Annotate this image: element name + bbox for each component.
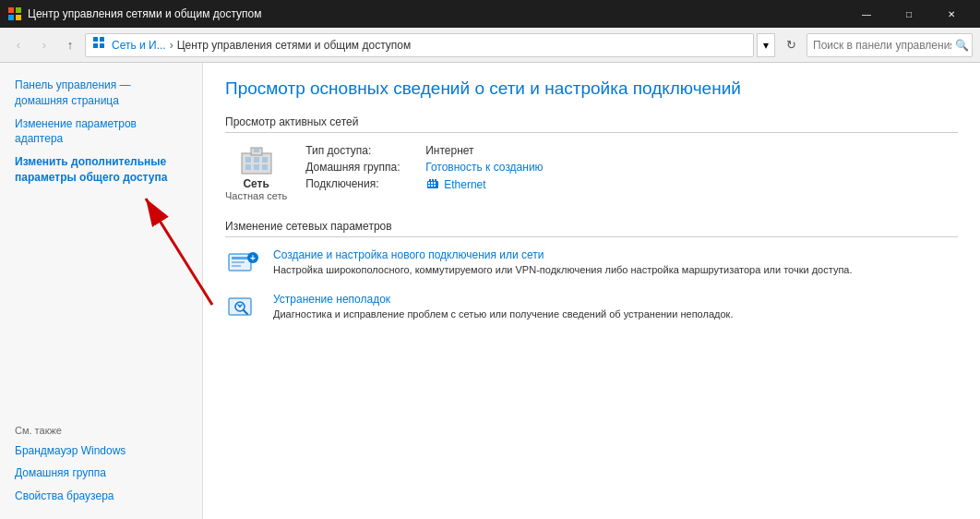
svg-rect-26 bbox=[434, 185, 436, 187]
svg-rect-24 bbox=[428, 185, 430, 187]
path-separator: › bbox=[170, 39, 173, 52]
svg-rect-30 bbox=[232, 265, 241, 267]
title-bar: Центр управления сетями и общим доступом… bbox=[0, 0, 980, 28]
svg-rect-23 bbox=[434, 182, 436, 184]
ethernet-icon bbox=[425, 177, 440, 192]
sidebar-item-firewall[interactable]: Брандмауэр Windows bbox=[0, 440, 202, 463]
new-connection-title[interactable]: Создание и настройка нового подключения … bbox=[273, 248, 544, 261]
window-controls: — □ ✕ bbox=[845, 0, 973, 28]
network-info-row: Сеть Частная сеть Тип доступа: Интернет … bbox=[225, 144, 958, 201]
svg-rect-9 bbox=[245, 157, 251, 163]
homegroup-label: Домашняя группа: bbox=[305, 161, 425, 174]
sidebar-item-home[interactable]: Панель управления —домашняя страница bbox=[0, 74, 202, 113]
svg-rect-13 bbox=[254, 164, 259, 170]
search-box[interactable]: 🔍 bbox=[807, 33, 973, 57]
main-layout: Панель управления —домашняя страница Изм… bbox=[0, 63, 980, 519]
svg-text:+: + bbox=[250, 253, 256, 263]
svg-rect-4 bbox=[93, 37, 98, 42]
svg-rect-16 bbox=[254, 149, 259, 152]
svg-rect-7 bbox=[100, 43, 104, 48]
svg-rect-6 bbox=[93, 43, 98, 48]
change-section: Изменение сетевых параметров + Создание … bbox=[225, 220, 958, 322]
svg-rect-14 bbox=[262, 164, 268, 170]
new-connection-content: Создание и настройка нового подключения … bbox=[273, 248, 853, 277]
search-icon: 🔍 bbox=[955, 39, 969, 52]
new-connection-icon: + bbox=[225, 248, 262, 278]
svg-rect-1 bbox=[16, 7, 21, 13]
svg-rect-2 bbox=[8, 15, 14, 20]
svg-rect-28 bbox=[232, 257, 248, 260]
troubleshoot-content: Устранение неполадок Диагностика и испра… bbox=[273, 293, 733, 321]
close-button[interactable]: ✕ bbox=[930, 0, 973, 28]
window-title: Центр управления сетями и общим доступом bbox=[28, 7, 845, 20]
up-button[interactable]: ↑ bbox=[59, 34, 81, 56]
troubleshoot-title[interactable]: Устранение неполадок bbox=[273, 293, 390, 306]
svg-rect-10 bbox=[254, 157, 259, 163]
svg-rect-19 bbox=[432, 179, 434, 182]
troubleshoot-icon bbox=[225, 293, 262, 322]
svg-rect-25 bbox=[431, 185, 433, 187]
svg-rect-8 bbox=[242, 153, 271, 174]
connection-label: Подключения: bbox=[305, 177, 425, 190]
back-button: ‹ bbox=[7, 34, 30, 56]
path-part-network[interactable]: Сеть и И... bbox=[112, 39, 166, 52]
content-area: Просмотр основных сведений о сети и наст… bbox=[203, 63, 980, 519]
address-bar: ‹ › ↑ Сеть и И... › Центр управления сет… bbox=[0, 28, 980, 63]
network-name: Сеть bbox=[243, 177, 269, 190]
ethernet-row: Ethernet bbox=[425, 177, 485, 192]
access-type-label: Тип доступа: bbox=[305, 144, 425, 157]
path-part-current: Центр управления сетями и общим доступом bbox=[177, 39, 412, 52]
svg-rect-29 bbox=[232, 261, 245, 263]
active-networks-header: Просмотр активных сетей bbox=[225, 115, 958, 133]
sidebar-item-sharing[interactable]: Изменить дополнительные параметры общего… bbox=[0, 151, 202, 189]
network-details: Тип доступа: Интернет Домашняя группа: Г… bbox=[305, 144, 958, 196]
troubleshoot-desc: Диагностика и исправление проблем с сеть… bbox=[273, 308, 733, 321]
forward-button: › bbox=[33, 34, 55, 56]
svg-rect-0 bbox=[8, 7, 14, 13]
minimize-button[interactable]: — bbox=[845, 0, 888, 28]
sidebar-item-adapter[interactable]: Изменение параметров адаптера bbox=[0, 113, 202, 151]
network-type: Частная сеть bbox=[225, 190, 287, 201]
troubleshoot-item[interactable]: Устранение неполадок Диагностика и испра… bbox=[225, 293, 958, 322]
new-connection-item[interactable]: + Создание и настройка нового подключени… bbox=[225, 248, 958, 278]
address-path: Сеть и И... › Центр управления сетями и … bbox=[85, 33, 754, 57]
connection-row: Подключения: bbox=[305, 177, 958, 192]
access-type-value: Интернет bbox=[425, 144, 473, 157]
app-icon bbox=[7, 6, 22, 21]
svg-rect-21 bbox=[428, 182, 430, 184]
address-dropdown[interactable]: ▾ bbox=[757, 33, 775, 57]
svg-rect-11 bbox=[262, 157, 268, 163]
change-section-header: Изменение сетевых параметров bbox=[225, 220, 958, 237]
also-section-title: См. также bbox=[0, 417, 202, 440]
svg-rect-18 bbox=[429, 179, 431, 182]
network-icon bbox=[234, 144, 279, 177]
homegroup-row: Домашняя группа: Готовность к созданию bbox=[305, 161, 958, 174]
svg-rect-12 bbox=[245, 164, 251, 170]
homegroup-value[interactable]: Готовность к созданию bbox=[425, 161, 543, 174]
maximize-button[interactable]: □ bbox=[888, 0, 930, 28]
connection-value[interactable]: Ethernet bbox=[444, 178, 485, 191]
sidebar-item-browser[interactable]: Свойства браузера bbox=[0, 485, 202, 508]
sidebar: Панель управления —домашняя страница Изм… bbox=[0, 63, 203, 519]
refresh-button[interactable]: ↻ bbox=[779, 33, 803, 57]
page-title: Просмотр основных сведений о сети и наст… bbox=[225, 78, 958, 101]
new-connection-desc: Настройка широкополосного, коммутируемог… bbox=[273, 263, 853, 277]
sidebar-item-homegroup[interactable]: Домашняя группа bbox=[0, 462, 202, 485]
search-input[interactable] bbox=[813, 39, 951, 52]
svg-rect-22 bbox=[431, 182, 433, 184]
path-grid-icon bbox=[93, 37, 106, 53]
access-type-row: Тип доступа: Интернет bbox=[305, 144, 958, 157]
svg-rect-5 bbox=[100, 37, 104, 42]
network-icon-area: Сеть Частная сеть bbox=[225, 144, 287, 201]
svg-rect-3 bbox=[16, 15, 21, 20]
svg-rect-20 bbox=[435, 179, 436, 182]
